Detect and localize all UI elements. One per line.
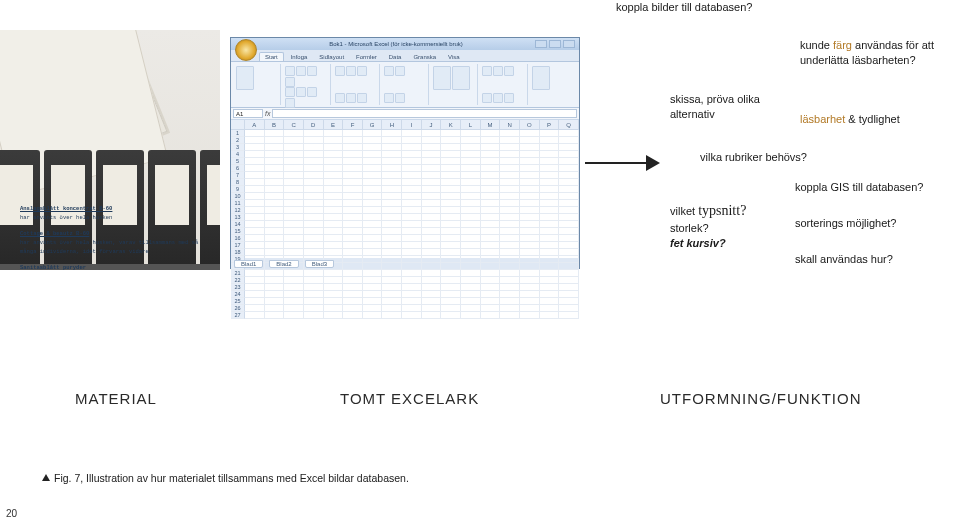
cell[interactable] <box>481 179 501 186</box>
cell[interactable] <box>559 221 579 228</box>
cell[interactable] <box>265 151 285 158</box>
cell[interactable] <box>324 137 344 144</box>
office-orb-icon[interactable] <box>235 39 257 61</box>
tab-view[interactable]: Visa <box>443 53 465 61</box>
tab-formulas[interactable]: Formler <box>351 53 382 61</box>
cell[interactable] <box>422 256 442 263</box>
cell[interactable] <box>382 144 402 151</box>
row-header[interactable]: 24 <box>231 291 245 298</box>
cell[interactable] <box>382 179 402 186</box>
cell[interactable] <box>481 298 501 305</box>
cell[interactable] <box>481 165 501 172</box>
cell[interactable] <box>481 221 501 228</box>
row-header[interactable]: 1 <box>231 130 245 137</box>
cell[interactable] <box>284 298 304 305</box>
cell[interactable] <box>245 214 265 221</box>
cell[interactable] <box>265 270 285 277</box>
cell[interactable] <box>520 242 540 249</box>
cell[interactable] <box>540 228 560 235</box>
cell[interactable] <box>559 270 579 277</box>
cell[interactable] <box>540 179 560 186</box>
cell[interactable] <box>520 130 540 137</box>
cell[interactable] <box>324 158 344 165</box>
row-header[interactable]: 17 <box>231 242 245 249</box>
cell[interactable] <box>559 256 579 263</box>
cell[interactable] <box>343 312 363 319</box>
cell[interactable] <box>559 249 579 256</box>
cell[interactable] <box>441 235 461 242</box>
row-header[interactable]: 10 <box>231 193 245 200</box>
row-header[interactable]: 8 <box>231 179 245 186</box>
cell[interactable] <box>363 277 383 284</box>
cell[interactable] <box>245 221 265 228</box>
cell[interactable] <box>284 291 304 298</box>
col-header[interactable]: E <box>324 120 344 130</box>
cell[interactable] <box>363 130 383 137</box>
cell[interactable] <box>363 263 383 270</box>
cell[interactable] <box>441 305 461 312</box>
cell[interactable] <box>304 186 324 193</box>
cell[interactable] <box>500 221 520 228</box>
row-header[interactable]: 23 <box>231 284 245 291</box>
cell[interactable] <box>559 242 579 249</box>
cell[interactable] <box>559 200 579 207</box>
cell[interactable] <box>441 256 461 263</box>
cell[interactable] <box>461 277 481 284</box>
col-header[interactable]: C <box>284 120 304 130</box>
cell[interactable] <box>481 277 501 284</box>
cell[interactable] <box>343 172 363 179</box>
cell[interactable] <box>343 221 363 228</box>
cell[interactable] <box>284 172 304 179</box>
col-header[interactable]: L <box>461 120 481 130</box>
cell[interactable] <box>343 193 363 200</box>
cell[interactable] <box>461 214 481 221</box>
cell[interactable] <box>382 130 402 137</box>
cell[interactable] <box>245 200 265 207</box>
cell[interactable] <box>441 298 461 305</box>
cell[interactable] <box>382 193 402 200</box>
cell[interactable] <box>284 312 304 319</box>
cell[interactable] <box>363 193 383 200</box>
cell[interactable] <box>481 312 501 319</box>
row-header[interactable]: 4 <box>231 151 245 158</box>
cell[interactable] <box>520 298 540 305</box>
cell[interactable] <box>245 179 265 186</box>
cell[interactable] <box>304 312 324 319</box>
cell[interactable] <box>245 312 265 319</box>
cell[interactable] <box>461 158 481 165</box>
cell[interactable] <box>461 179 481 186</box>
name-box[interactable]: A1 <box>233 109 263 118</box>
cell[interactable] <box>540 291 560 298</box>
tab-insert[interactable]: Infoga <box>286 53 313 61</box>
cell[interactable] <box>520 305 540 312</box>
cell[interactable] <box>402 186 422 193</box>
cell[interactable] <box>343 158 363 165</box>
cell[interactable] <box>265 144 285 151</box>
cell[interactable] <box>324 207 344 214</box>
cell[interactable] <box>402 305 422 312</box>
cell[interactable] <box>324 172 344 179</box>
cell[interactable] <box>481 235 501 242</box>
cell[interactable] <box>304 200 324 207</box>
cell[interactable] <box>500 130 520 137</box>
col-header[interactable]: G <box>363 120 383 130</box>
cell[interactable] <box>500 298 520 305</box>
cell[interactable] <box>324 179 344 186</box>
cell[interactable] <box>500 284 520 291</box>
cell[interactable] <box>363 137 383 144</box>
cell[interactable] <box>324 291 344 298</box>
cell[interactable] <box>304 137 324 144</box>
cell[interactable] <box>343 186 363 193</box>
tab-start[interactable]: Start <box>259 52 284 61</box>
cell[interactable] <box>422 235 442 242</box>
col-header[interactable]: I <box>402 120 422 130</box>
cell[interactable] <box>540 172 560 179</box>
cell[interactable] <box>540 312 560 319</box>
cell[interactable] <box>324 200 344 207</box>
cell[interactable] <box>461 165 481 172</box>
cell[interactable] <box>363 284 383 291</box>
cell[interactable] <box>559 214 579 221</box>
cell[interactable] <box>422 221 442 228</box>
cell[interactable] <box>245 130 265 137</box>
cell[interactable] <box>284 179 304 186</box>
